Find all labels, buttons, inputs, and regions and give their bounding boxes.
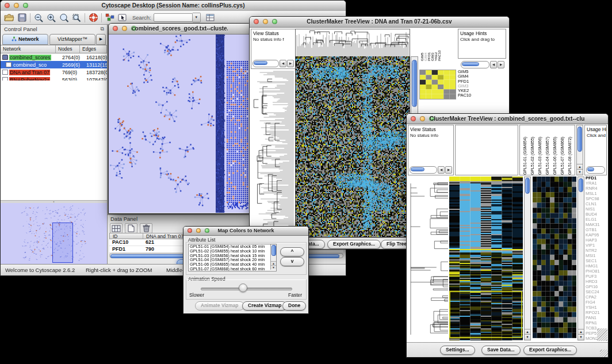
dialog-titlebar[interactable]: Map Colors to Network — [183, 227, 308, 236]
network-window-titlebar[interactable]: combined_scores_good.txt--cluste... — [109, 24, 251, 35]
attribute-grid-icon[interactable] — [110, 223, 123, 233]
gene-label[interactable]: CPA2 — [586, 294, 607, 300]
gene-label[interactable]: RPN1 — [586, 320, 607, 325]
gene-label[interactable]: MSI1 — [586, 253, 607, 258]
tab-overflow-arrow-icon[interactable]: ▶ — [96, 34, 106, 45]
gene-label[interactable]: KAP95 — [586, 232, 607, 237]
correlation-matrix[interactable] — [419, 70, 456, 99]
main-window-titlebar[interactable]: Cytoscape Desktop (Session Name: collins… — [1, 1, 346, 12]
gene-label[interactable]: FIG4 — [586, 300, 607, 305]
gene-label[interactable]: SEC1 — [586, 258, 607, 263]
move-up-button[interactable]: ^ — [280, 247, 304, 256]
gene-label[interactable]: PAN1 — [586, 315, 607, 320]
gene-label[interactable]: PFD1 — [586, 175, 607, 181]
new-document-icon[interactable] — [125, 223, 137, 233]
minimize-icon[interactable] — [420, 116, 425, 121]
minimize-icon[interactable] — [14, 3, 19, 8]
gene-label[interactable]: PUF3 — [586, 274, 607, 279]
attribute-listbox[interactable]: GPL51-01 (GSM854) heat shock 05 minGPL51… — [188, 244, 277, 271]
view-status-scrollbar[interactable]: ◀▶ — [410, 166, 452, 174]
gene-label[interactable]: HRD3 — [586, 279, 607, 284]
save-data-button[interactable]: Save Data... — [481, 346, 521, 355]
close-icon[interactable] — [188, 228, 192, 233]
treeview-combined-titlebar[interactable]: ClusterMaker TreeView : combined_scores_… — [407, 114, 608, 124]
search-input[interactable] — [154, 13, 193, 22]
overview-viewport-rect[interactable] — [52, 223, 73, 263]
labels-vscrollbar[interactable]: ▲ ▼ — [576, 125, 583, 175]
attribute-table-icon[interactable] — [204, 12, 217, 24]
slider-thumb[interactable] — [239, 283, 247, 292]
vizmap-shapes-icon[interactable] — [104, 12, 116, 24]
gene-label[interactable]: VIP1 — [586, 243, 607, 248]
close-icon[interactable] — [5, 3, 10, 8]
attribute-list-item[interactable]: GPL51-07 (GSM868) heat shock 60 min — [189, 267, 276, 271]
column-tree-panel[interactable] — [455, 125, 518, 175]
gene-label[interactable]: GPI16 — [586, 284, 607, 289]
create-vizmap-button[interactable]: Create Vizmap — [242, 301, 287, 311]
gene-label[interactable]: CLN1 — [586, 201, 607, 206]
close-icon[interactable] — [113, 26, 118, 31]
view-status-scrollbar[interactable]: ◀▶ — [253, 60, 294, 67]
heatmap-canvas[interactable] — [449, 177, 523, 340]
zoom-fit-icon[interactable] — [70, 12, 83, 24]
move-down-button[interactable]: v — [280, 257, 304, 266]
resize-grip[interactable] — [600, 350, 608, 358]
gene-label[interactable]: NTR2 — [586, 248, 607, 253]
gene-label[interactable]: ELG1 — [586, 217, 607, 222]
gene-label[interactable]: PAC10 — [458, 93, 487, 98]
help-lifesaver-icon[interactable] — [87, 12, 100, 24]
done-button[interactable]: Done — [282, 301, 306, 311]
open-session-icon[interactable] — [3, 12, 16, 24]
network-canvas[interactable] — [109, 35, 250, 213]
zoom-out-icon[interactable] — [32, 12, 45, 24]
heatmap-canvas[interactable] — [296, 56, 410, 237]
treeview-dna-titlebar[interactable]: ClusterMaker TreeView : DNA and Tran 07-… — [250, 17, 509, 28]
animate-vizmap-button[interactable]: Animate Vizmap — [195, 301, 244, 311]
export-graphics-button[interactable]: Export Graphics... — [523, 346, 577, 355]
row-dendrogram[interactable] — [250, 70, 294, 237]
gene-label[interactable]: PHO81 — [586, 269, 607, 274]
gene-label[interactable]: SPC98 — [586, 196, 607, 201]
gene-label[interactable]: HMG1 — [586, 263, 607, 269]
minimize-icon[interactable] — [263, 19, 268, 24]
network-list-row[interactable]: combined_sco 2569(6) 13112(15) — [1, 61, 107, 68]
close-icon[interactable] — [411, 116, 416, 121]
gene-label[interactable]: MSL1 — [586, 191, 607, 196]
resize-grip[interactable] — [597, 328, 607, 341]
zoom-vscrollbar[interactable]: ▲ ▼ — [577, 177, 584, 340]
gene-label[interactable]: HAP3 — [586, 237, 607, 243]
gene-label[interactable]: YRA1 — [586, 181, 607, 186]
settings-button[interactable]: Settings... — [440, 346, 475, 355]
float-panel-icon[interactable]: ⧉ — [101, 26, 104, 32]
gene-label[interactable]: MAK31 — [586, 222, 607, 227]
gene-label[interactable]: YSH1 — [586, 305, 607, 310]
zoom-heatmap[interactable] — [533, 177, 576, 338]
network-list-row[interactable]: DNA and Tran 07 769(0) 183728(0) — [1, 68, 107, 76]
zoom-selected-icon[interactable] — [58, 12, 70, 24]
heatmap-vscrollbar[interactable]: ▲ ▼ — [524, 177, 531, 340]
zoom-in-icon[interactable] — [45, 12, 58, 24]
tab-network[interactable]: Network — [2, 34, 48, 45]
gene-label[interactable]: BUD4 — [586, 212, 607, 217]
annotation-select-icon[interactable] — [116, 12, 129, 24]
network-overview-panel[interactable] — [1, 203, 107, 264]
minimize-icon[interactable] — [196, 228, 201, 233]
save-session-icon[interactable] — [16, 12, 28, 24]
gene-label[interactable]: GTB1 — [586, 227, 607, 232]
gene-label[interactable]: RNR4 — [586, 186, 607, 191]
row-dendrogram[interactable] — [408, 177, 448, 340]
minimize-icon[interactable] — [122, 26, 127, 31]
labels-hscrollbar[interactable]: ◀▶ — [461, 61, 504, 68]
gene-label[interactable]: RPO21 — [586, 310, 607, 315]
column-dendrogram[interactable] — [296, 29, 410, 57]
tab-vizmapper[interactable]: VizMapper™ — [49, 34, 95, 45]
export-graphics-button[interactable]: Export Graphics... — [327, 240, 381, 249]
gene-label[interactable]: NIS1 — [586, 206, 607, 212]
network-list-row[interactable]: combined_scores 2764(0) 16218(0) — [1, 53, 107, 61]
close-icon[interactable] — [254, 19, 259, 24]
delete-trash-icon[interactable] — [140, 223, 152, 233]
attribute-list-scrollbar[interactable]: ▲ ▼ — [270, 244, 276, 270]
gene-label[interactable]: SEC24 — [586, 289, 607, 294]
search-dropdown-icon[interactable]: ▼ — [193, 13, 201, 22]
usage-hints-scrollbar[interactable] — [586, 166, 605, 174]
